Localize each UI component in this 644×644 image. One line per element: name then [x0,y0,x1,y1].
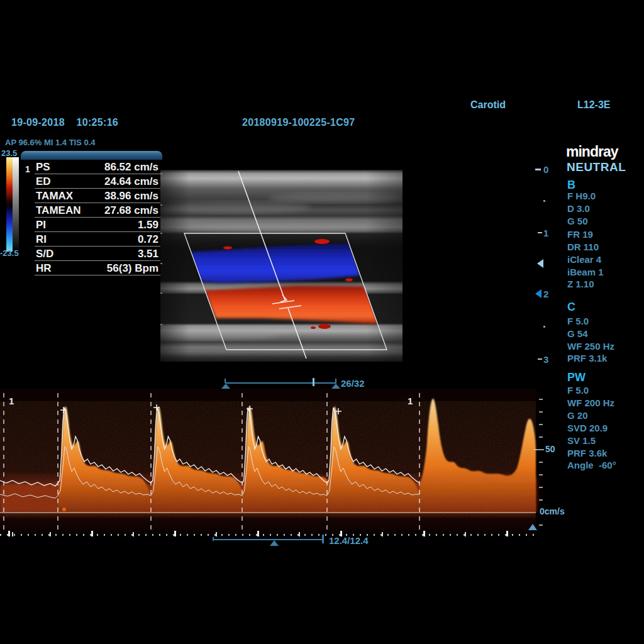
colorbar-min-label: -23.5 [0,248,19,258]
measure-value: 38.96 cm/s [104,190,158,203]
measure-row-ed: ED 24.64 cm/s [21,174,162,189]
cine-position-marker[interactable] [313,378,314,386]
exam-date: 19-09-2018 [11,117,65,128]
baseline-marker-icon[interactable] [528,524,537,530]
b-param: DR 110 [567,242,599,252]
c-param: PRF 3.1k [567,353,607,364]
section-b-header: B [567,179,575,192]
measure-value: 56(3) Bpm [107,262,158,275]
c-param: G 54 [567,328,588,339]
grayscale-bar [13,157,19,252]
measure-row-hr: HR 56(3) Bpm [21,261,162,275]
measure-label: TAMEAN [36,204,80,217]
measure-value: 24.64 cm/s [104,175,158,188]
b-param: Z 1.10 [567,279,594,289]
pw-param: SV 1.5 [567,435,596,446]
c-param: F 5.0 [567,316,589,326]
measure-label: PS [36,161,50,174]
measure-label: RI [36,233,47,246]
b-param: G 50 [567,216,588,226]
measure-row-ri: RI 0.72 [21,232,162,247]
exam-id: 20180919-100225-1C97 [242,117,355,128]
measure-row-pi: PI 1.59 [21,218,162,232]
measure-row-ps: PS 86.52 cm/s [21,160,162,174]
measure-row-sd: S/D 3.51 [21,247,162,261]
section-c-header: C [567,301,575,314]
color-velocity-bar [6,157,13,252]
depth-tick [538,358,542,360]
pw-param: WF 200 Hz [567,397,614,408]
b-param: iClear 4 [567,254,601,265]
flow-speck [223,247,232,250]
measure-label: HR [36,262,52,275]
sweep-slider-left-end [213,537,214,541]
pw-param: G 20 [567,410,588,421]
exam-time: 10:25:16 [77,117,118,128]
colorbar-max-label: 23.5 [1,148,17,158]
flow-speck [345,279,353,282]
cine-scrollbar-right-end [335,379,336,383]
flow-speck [311,326,316,329]
gray-map-label: NEUTRAL [567,160,626,174]
cine-frame-counter: 26/32 [341,378,365,389]
b-param: F H9.0 [567,191,596,201]
sweep-speed-label: 12.4/12.4 [329,535,369,546]
flow-speck [318,324,331,329]
pw-param: Angle -60° [567,460,616,470]
mindray-logo: mindray [566,143,618,160]
slider-handle-icon[interactable] [221,384,230,389]
depth-mark-2: 2 [543,289,548,299]
region-marker-left: 1 [9,396,14,406]
measure-value: 86.52 cm/s [104,161,158,174]
measurement-panel-titlebar [21,151,162,160]
depth-tick [538,232,542,233]
cine-scrollbar-left-end [225,379,226,383]
measure-value: 27.68 cm/s [104,204,158,217]
ultrasound-screen: 19-09-2018 10:25:16 20180919-100225-1C97… [0,0,644,644]
region-marker-right: 1 [408,396,413,406]
focus-marker-icon[interactable] [537,259,543,268]
sweep-slider-right-end [322,535,324,543]
exam-preset: Carotid [470,99,506,111]
pw-param: PRF 3.6k [567,448,607,458]
exam-datetime: 19-09-2018 10:25:16 [11,117,118,128]
b-param: iBeam 1 [567,267,604,277]
measure-value: 1.59 [138,219,158,231]
slider-handle-icon[interactable] [270,540,279,546]
measure-label: ED [36,175,51,188]
depth-tick [535,169,541,170]
measurement-panel-body: PS 86.52 cm/s ED 24.64 cm/s TAMAX 38.96 … [21,160,162,275]
depth-mark-3: 3 [543,354,548,365]
probe-model: L12-3E [577,99,610,111]
depth-dot [543,326,545,328]
acoustic-output: AP 96.6% MI 1.4 TIS 0.4 [5,138,96,147]
measure-label: PI [36,219,46,231]
measure-label: S/D [36,248,53,260]
measure-label: TAMAX [36,190,73,203]
time-axis-dots [0,534,536,536]
flow-speck [314,239,330,244]
velocity-label-50: 50 [545,444,555,454]
measure-set-index: 1 [25,164,30,174]
pw-param: SVD 20.9 [567,423,608,433]
measure-value: 0.72 [138,233,158,246]
measurement-panel: PS 86.52 cm/s ED 24.64 cm/s TAMAX 38.96 … [21,151,162,275]
velocity-label-0: 0cm/s [540,506,565,516]
sweep-slider-track[interactable] [213,539,323,540]
cine-scrollbar-track[interactable] [225,382,336,384]
measure-value: 3.51 [138,248,158,260]
c-param: WF 250 Hz [567,341,614,352]
pw-param: F 5.0 [567,385,589,396]
focus-marker-icon[interactable] [535,289,541,298]
section-pw-header: PW [567,371,586,384]
measure-row-tamax: TAMAX 38.96 cm/s [21,189,162,203]
b-param: D 3.0 [567,203,590,214]
depth-dot [543,200,545,202]
slider-handle-icon[interactable] [331,384,340,389]
b-param: FR 19 [567,229,593,240]
measure-row-tamean: TAMEAN 27.68 cm/s [21,203,162,218]
depth-mark-0: 0 [543,164,548,175]
spectral-doppler-waveform [0,389,553,536]
depth-mark-1: 1 [543,228,548,238]
bmode-image [160,170,402,362]
